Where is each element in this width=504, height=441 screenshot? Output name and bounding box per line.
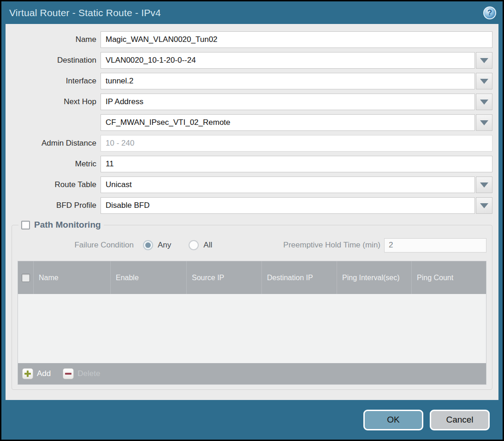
table-header-checkbox-cell (18, 261, 34, 294)
title-bar: Virtual Router - Static Route - IPv4 ? (1, 1, 503, 24)
form-row-next-hop-address (12, 114, 492, 131)
form-row-destination: Destination (12, 52, 492, 69)
chevron-down-icon (480, 100, 488, 105)
next-hop-label: Next Hop (12, 97, 101, 106)
dialog-content: Name Destination Interface (6, 24, 498, 400)
route-table-input[interactable] (101, 176, 475, 193)
admin-distance-input[interactable] (101, 135, 492, 152)
select-all-checkbox[interactable] (22, 274, 30, 282)
form-row-name: Name (12, 31, 492, 48)
column-header-enable[interactable]: Enable (111, 261, 187, 294)
path-monitoring-checkbox[interactable] (21, 221, 30, 229)
preemptive-hold-time-label: Preemptive Hold Time (min) (283, 241, 384, 250)
admin-distance-label: Admin Distance (12, 139, 101, 148)
ok-button[interactable]: OK (363, 410, 423, 430)
delete-icon (63, 368, 74, 379)
table-body-empty (18, 294, 486, 363)
destination-input[interactable] (101, 52, 475, 69)
chevron-down-icon (480, 79, 488, 84)
column-header-destination-ip[interactable]: Destination IP (262, 261, 337, 294)
column-header-source-ip[interactable]: Source IP (187, 261, 262, 294)
delete-button-label: Delete (77, 369, 100, 378)
column-header-ping-count[interactable]: Ping Count (412, 261, 486, 294)
next-hop-type-input[interactable] (101, 94, 475, 110)
metric-input[interactable] (101, 156, 492, 172)
destination-dropdown-button[interactable] (476, 52, 492, 69)
form-row-interface: Interface (12, 73, 492, 89)
interface-label: Interface (12, 76, 101, 86)
failure-condition-row: Failure Condition Any All Preemptive Hol… (18, 236, 486, 254)
column-header-name[interactable]: Name (34, 261, 111, 294)
cancel-button[interactable]: Cancel (430, 410, 490, 430)
failure-condition-all-label: All (203, 241, 212, 250)
bfd-profile-input[interactable] (101, 197, 475, 214)
chevron-down-icon (480, 58, 488, 63)
next-hop-address-input[interactable] (101, 114, 475, 131)
path-monitoring-section: Path Monitoring Failure Condition Any Al… (12, 220, 492, 390)
route-table-label: Route Table (12, 180, 101, 189)
failure-condition-all-radio[interactable] (189, 240, 199, 250)
path-monitoring-table: Name Enable Source IP Destination IP Pin… (18, 261, 486, 385)
form-row-next-hop: Next Hop (12, 94, 492, 110)
next-hop-dropdown-button[interactable] (476, 94, 492, 110)
interface-dropdown-button[interactable] (476, 73, 492, 89)
delete-button[interactable]: Delete (63, 368, 100, 379)
route-table-dropdown-button[interactable] (476, 176, 492, 193)
failure-condition-label: Failure Condition (18, 241, 136, 250)
chevron-down-icon (480, 120, 488, 125)
dialog-title: Virtual Router - Static Route - IPv4 (9, 7, 161, 18)
table-toolbar: Add Delete (18, 363, 486, 384)
help-icon[interactable]: ? (483, 6, 496, 19)
bfd-profile-dropdown-button[interactable] (476, 197, 492, 214)
destination-label: Destination (12, 56, 101, 65)
failure-condition-any-radio[interactable] (143, 240, 153, 250)
metric-label: Metric (12, 159, 101, 169)
name-input[interactable] (101, 31, 492, 48)
next-hop-address-dropdown-button[interactable] (476, 114, 492, 131)
chevron-down-icon (480, 203, 488, 208)
add-icon (22, 368, 33, 379)
chevron-down-icon (480, 182, 488, 188)
form-row-admin-distance: Admin Distance (12, 135, 492, 152)
preemptive-hold-time-input[interactable] (384, 238, 486, 253)
column-header-ping-interval[interactable]: Ping Interval(sec) (337, 261, 412, 294)
form-row-bfd-profile: BFD Profile (12, 197, 492, 214)
interface-input[interactable] (101, 73, 475, 89)
table-header-row: Name Enable Source IP Destination IP Pin… (18, 261, 486, 294)
dialog-frame: Virtual Router - Static Route - IPv4 ? N… (1, 1, 503, 440)
bfd-profile-label: BFD Profile (12, 201, 101, 210)
failure-condition-any-label: Any (158, 241, 171, 250)
form-row-metric: Metric (12, 156, 492, 172)
name-label: Name (12, 35, 101, 44)
dialog-footer: OK Cancel (1, 400, 503, 440)
add-button-label: Add (37, 369, 51, 378)
add-button[interactable]: Add (22, 368, 51, 379)
path-monitoring-title: Path Monitoring (34, 220, 101, 230)
form-row-route-table: Route Table (12, 176, 492, 193)
